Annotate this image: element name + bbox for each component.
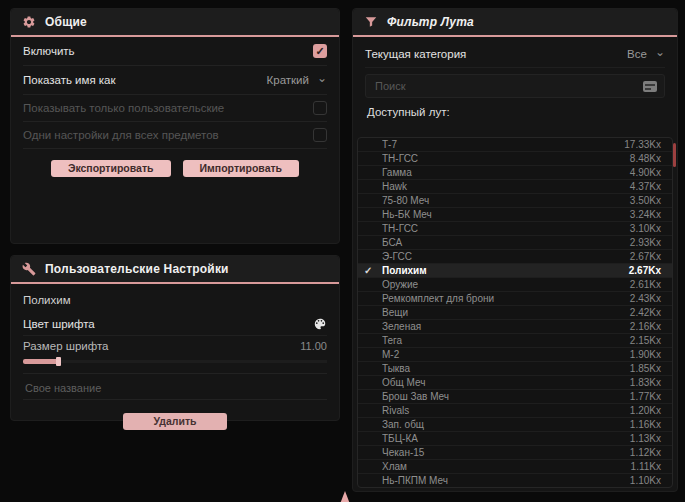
check-icon: ✓ [315, 46, 324, 57]
list-item[interactable]: Общ Меч1.83Kx [358, 376, 672, 390]
panel-general: Общие Включить ✓ Показать имя как Кратки… [10, 8, 340, 244]
list-item[interactable]: Брош Зав Меч1.77Kx [358, 390, 672, 404]
selected-check-icon: ✓ [364, 265, 372, 276]
list-item[interactable]: Т-717.33Kx [358, 138, 672, 152]
font-color-row: Цвет шрифта [23, 312, 327, 336]
list-item[interactable]: Гамма4.90Kx [358, 166, 672, 180]
loot-item-name: Ремкомплект для брони [382, 293, 630, 304]
selected-item-name: Полихим [23, 294, 327, 306]
list-item[interactable]: 75-80 Меч3.50Kx [358, 194, 672, 208]
loot-item-count: 1.83Kx [630, 377, 661, 388]
palette-icon[interactable] [313, 317, 327, 331]
loot-item-count: 1.77Kx [630, 391, 661, 402]
search-bar [365, 74, 665, 98]
gear-icon [22, 15, 36, 29]
panel-loot-header: Фильтр Лута [353, 9, 677, 37]
slider-handle[interactable] [56, 357, 61, 366]
loot-item-count: 2.93Kx [630, 237, 661, 248]
setting-row-name-mode: Показать имя как Краткий ⌄ [23, 66, 327, 95]
loot-item-name: Rivals [382, 405, 630, 416]
list-item[interactable]: Нь-БК Меч3.24Kx [358, 208, 672, 222]
list-item[interactable]: БСА2.93Kx [358, 236, 672, 250]
list-item[interactable]: ТН-ГСС8.48Kx [358, 152, 672, 166]
loot-item-count: 2.42Kx [630, 307, 661, 318]
list-item[interactable]: Ремкомплект для брони2.43Kx [358, 292, 672, 306]
list-item[interactable]: Вещи2.42Kx [358, 306, 672, 320]
list-item[interactable]: Хлам1.11Kx [358, 460, 672, 474]
keyboard-icon[interactable] [643, 81, 657, 92]
list-item[interactable]: Тега2.15Kx [358, 334, 672, 348]
loot-item-name: Тега [382, 335, 630, 346]
loot-item-name: 75-80 Меч [382, 195, 630, 206]
list-item[interactable]: ТН-ГСС3.10Kx [358, 222, 672, 236]
list-item[interactable]: Rivals1.20Kx [358, 404, 672, 418]
list-item[interactable]: Э-ГСС2.67Kx [358, 250, 672, 264]
loot-item-count: 3.50Kx [630, 195, 661, 206]
loot-item-name: ТБЦ-КА [382, 433, 630, 444]
list-item[interactable]: Зеленая2.16Kx [358, 320, 672, 334]
loot-item-count: 1.12Kx [630, 447, 661, 458]
scrollbar-thumb[interactable] [673, 143, 676, 167]
name-mode-value: Краткий [267, 74, 309, 86]
loot-item-name: БСА [382, 237, 630, 248]
slider-track [23, 360, 327, 363]
loot-item-name: Полихим [382, 265, 629, 276]
list-item[interactable]: Чекан-151.12Kx [358, 446, 672, 460]
loot-item-name: Зап. общ [382, 419, 630, 430]
font-size-label: Размер шрифта [23, 340, 109, 352]
list-item[interactable]: М-21.90Kx [358, 348, 672, 362]
custom-name-input[interactable] [23, 376, 327, 400]
list-item[interactable]: Нь-ПКПМ Меч1.10Kx [358, 474, 672, 487]
list-item[interactable]: ТБЦ-КА1.13Kx [358, 432, 672, 446]
list-item[interactable]: Hawk4.37Kx [358, 180, 672, 194]
loot-item-name: Оружие [382, 279, 630, 290]
loot-item-count: 2.67Kx [630, 251, 661, 262]
funnel-icon [364, 15, 378, 29]
delete-row: Удалить [23, 413, 327, 430]
setting-row-only-custom: Показывать только пользовательские [23, 95, 327, 122]
loot-item-name: Hawk [382, 181, 630, 192]
list-item[interactable]: ✓Полихим2.67Kx [358, 264, 672, 278]
screen: Общие Включить ✓ Показать имя как Кратки… [0, 0, 685, 502]
panel-general-header: Общие [11, 9, 339, 37]
export-import-row: Экспортировать Импортировать [23, 160, 327, 177]
loot-item-name: Зеленая [382, 321, 630, 332]
list-item[interactable]: Оружие2.61Kx [358, 278, 672, 292]
panel-loot-title: Фильтр Лута [387, 15, 474, 29]
font-color-label: Цвет шрифта [23, 318, 95, 330]
chevron-down-icon: ⌄ [317, 74, 327, 82]
loot-item-name: ТН-ГСС [382, 223, 630, 234]
panel-custom-settings: Пользовательские Настройки Полихим Цвет … [10, 255, 340, 421]
wrench-icon [22, 262, 36, 276]
loot-item-name: Хлам [382, 461, 631, 472]
loot-item-count: 1.20Kx [630, 405, 661, 416]
delete-button[interactable]: Удалить [123, 413, 226, 430]
search-input[interactable] [366, 80, 643, 92]
name-mode-dropdown[interactable]: Краткий ⌄ [267, 74, 327, 86]
loot-item-name: Общ Меч [382, 377, 630, 388]
loot-item-count: 2.16Kx [630, 321, 661, 332]
font-size-slider[interactable] [23, 357, 327, 366]
name-mode-label: Показать имя как [23, 74, 116, 86]
list-item[interactable]: Тыква1.85Kx [358, 362, 672, 376]
category-label: Текущая категория [365, 48, 466, 60]
loot-item-name: Вещи [382, 307, 630, 318]
export-button[interactable]: Экспортировать [51, 160, 171, 177]
font-size-value: 11.00 [300, 340, 327, 352]
loot-item-name: Гамма [382, 167, 630, 178]
loot-item-name: Чекан-15 [382, 447, 630, 458]
setting-row-enable: Включить ✓ [23, 37, 327, 66]
slider-fill [23, 359, 59, 364]
category-dropdown[interactable]: Все ⌄ [627, 48, 665, 60]
loot-item-count: 2.43Kx [630, 293, 661, 304]
import-button[interactable]: Импортировать [183, 160, 300, 177]
list-item[interactable]: Зап. общ1.16Kx [358, 418, 672, 432]
loot-item-name: Э-ГСС [382, 251, 630, 262]
panel-custom-title: Пользовательские Настройки [45, 262, 229, 276]
enable-checkbox[interactable]: ✓ [313, 44, 327, 58]
loot-item-name: Брош Зав Меч [382, 391, 630, 402]
only-custom-label: Показывать только пользовательские [23, 102, 224, 114]
loot-item-name: Нь-ПКПМ Меч [382, 475, 630, 486]
loot-item-count: 2.61Kx [630, 279, 661, 290]
panel-custom-header: Пользовательские Настройки [11, 256, 339, 284]
